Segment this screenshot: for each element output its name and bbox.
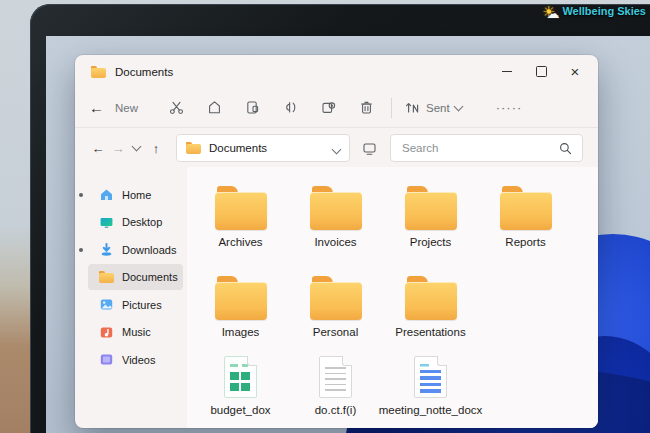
folder-name: Invoices <box>314 236 356 248</box>
copy-button[interactable] <box>206 99 223 116</box>
file-name: do.ct.f(i) <box>315 404 357 416</box>
folder-item-presentations[interactable]: Presentations <box>383 276 478 338</box>
folder-icon <box>215 186 267 230</box>
toolbar-icons <box>168 99 375 116</box>
music-icon <box>99 325 114 340</box>
file-item-meeting-notes[interactable]: meeting_notte_docx <box>383 356 478 416</box>
sidebar-item-music[interactable]: Music <box>88 319 183 345</box>
explorer-window: Documents × ← New <box>75 55 598 428</box>
rename-icon <box>282 99 299 116</box>
more-options-button[interactable]: ····· <box>496 100 523 115</box>
sidebar-item-downloads[interactable]: Downloads <box>88 237 183 263</box>
sort-button[interactable]: Sent <box>404 100 462 115</box>
search-icon <box>558 141 573 156</box>
sidebar-item-pictures[interactable]: Pictures <box>88 292 183 318</box>
chevron-down-icon <box>453 101 463 111</box>
search-input[interactable] <box>400 141 558 155</box>
search-box[interactable] <box>390 134 583 162</box>
folder-name: Presentations <box>395 326 465 338</box>
sidebar-item-home[interactable]: Home <box>88 182 183 208</box>
close-button[interactable]: × <box>558 59 592 85</box>
folder-row: Archives Invoices Projects Reports <box>193 186 573 248</box>
copy-icon <box>206 99 223 116</box>
watermark: ☀ ☁ Wellbeing Skies <box>542 2 646 20</box>
minimize-icon <box>502 71 512 72</box>
address-dropdown-button[interactable] <box>333 139 340 157</box>
command-toolbar: ← New <box>75 88 598 128</box>
text-file-icon <box>319 356 352 398</box>
videos-icon <box>99 352 114 367</box>
sidebar-item-label: Music <box>122 326 151 338</box>
scene: ☀ ☁ Wellbeing Skies Documents × ← New <box>0 0 650 433</box>
chevron-down-icon <box>332 145 342 155</box>
folder-icon <box>500 186 552 230</box>
folder-icon <box>405 276 457 320</box>
pinned-dot <box>79 248 83 252</box>
title-bar[interactable]: Documents × <box>75 55 598 88</box>
desktop-icon <box>99 215 114 230</box>
folder-item-images[interactable]: Images <box>193 276 288 338</box>
new-button[interactable]: New <box>115 102 138 114</box>
home-icon <box>99 187 114 202</box>
recent-locations-button[interactable] <box>128 146 146 150</box>
address-path: Documents <box>209 142 267 154</box>
sidebar-item-label: Home <box>122 189 151 201</box>
folder-icon <box>91 66 106 78</box>
folder-item-archives[interactable]: Archives <box>193 186 288 248</box>
file-list: Archives Invoices Projects Reports <box>187 167 598 428</box>
documents-folder-icon <box>99 271 114 283</box>
folder-item-personal[interactable]: Personal <box>288 276 383 338</box>
toolbar-back-button[interactable]: ← <box>89 100 104 115</box>
trash-icon <box>358 99 375 116</box>
file-name: budget_dox <box>210 404 270 416</box>
cut-button[interactable] <box>168 99 185 116</box>
sidebar-item-label: Documents <box>122 271 178 283</box>
folder-icon <box>310 276 362 320</box>
share-button[interactable] <box>320 99 337 116</box>
watermark-brand: Wellbeing Skies <box>562 5 646 17</box>
folder-icon <box>215 276 267 320</box>
folder-icon <box>186 142 201 154</box>
toolbar-divider <box>391 98 392 118</box>
file-name: meeting_notte_docx <box>379 404 483 416</box>
sidebar-item-label: Desktop <box>122 216 162 228</box>
sidebar-item-videos[interactable]: Videos <box>88 347 183 373</box>
downloads-icon <box>99 242 114 257</box>
pinned-dot <box>79 193 83 197</box>
sort-label: Sent <box>426 102 450 114</box>
folder-item-invoices[interactable]: Invoices <box>288 186 383 248</box>
display-icon <box>361 140 378 157</box>
cloud-icon: ☁ <box>546 7 559 20</box>
file-item-budget[interactable]: budget_dox <box>193 356 288 416</box>
share-icon <box>320 99 337 116</box>
sort-icon <box>404 100 421 115</box>
sidebar: Home Desktop Downloads <box>75 167 187 428</box>
address-bar[interactable]: Documents <box>176 134 350 162</box>
folder-row: Images Personal Presentations <box>193 276 478 338</box>
chevron-down-icon <box>132 142 142 152</box>
minimize-button[interactable] <box>490 59 524 85</box>
sidebar-item-documents[interactable]: Documents <box>88 264 183 290</box>
sidebar-item-desktop[interactable]: Desktop <box>88 209 183 235</box>
folder-item-projects[interactable]: Projects <box>383 186 478 248</box>
folder-name: Projects <box>410 236 452 248</box>
spreadsheet-file-icon <box>224 356 257 398</box>
paste-icon <box>244 99 261 116</box>
rename-button[interactable] <box>282 99 299 116</box>
file-item-doc[interactable]: do.ct.f(i) <box>288 356 383 416</box>
folder-name: Archives <box>218 236 262 248</box>
nav-up-button[interactable]: ↑ <box>146 141 166 156</box>
maximize-icon <box>536 66 547 77</box>
folder-name: Personal <box>313 326 358 338</box>
display-view-button[interactable] <box>361 140 378 157</box>
folder-name: Images <box>222 326 260 338</box>
folder-icon <box>310 186 362 230</box>
maximize-button[interactable] <box>524 59 558 85</box>
folder-icon <box>405 186 457 230</box>
nav-back-button[interactable]: ← <box>88 141 108 156</box>
nav-forward-button[interactable]: → <box>108 141 128 156</box>
window-controls: × <box>490 59 592 85</box>
delete-button[interactable] <box>358 99 375 116</box>
folder-item-reports[interactable]: Reports <box>478 186 573 248</box>
paste-button[interactable] <box>244 99 261 116</box>
